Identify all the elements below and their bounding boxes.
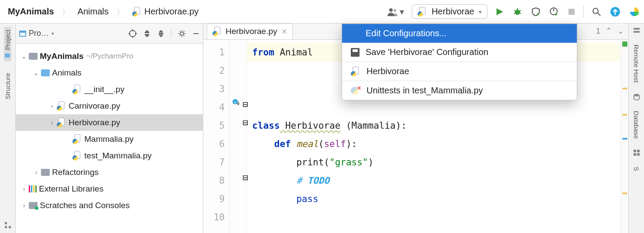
python-icon bbox=[418, 7, 427, 17]
debug-icon[interactable] bbox=[513, 7, 522, 17]
editor-tab[interactable]: Herbivorae.py ✕ bbox=[207, 24, 293, 39]
line-number[interactable]: 3 bbox=[203, 80, 225, 98]
tree-file-mammalia[interactable]: Mammalia.py bbox=[16, 131, 203, 147]
breadcrumb-folder[interactable]: Animals bbox=[74, 5, 112, 18]
python-file-icon bbox=[72, 151, 82, 161]
next-occurrence-icon[interactable]: ⌄ bbox=[617, 26, 624, 36]
tree-file-init[interactable]: __init__.py bbox=[16, 81, 203, 98]
tree-file-label: Herbivorae.py bbox=[69, 114, 120, 131]
warning-marker[interactable] bbox=[622, 88, 627, 89]
separator bbox=[171, 29, 171, 38]
project-view-selector[interactable]: Pro… ▾ bbox=[19, 29, 54, 38]
line-number-gutter[interactable]: 1 2 3 4 5 6 7 8 9 10 bbox=[203, 40, 230, 233]
tree-root-path: ~/PycharmPro bbox=[86, 49, 134, 64]
project-tool-button[interactable]: Project bbox=[4, 27, 11, 62]
chevron-down-icon[interactable]: ⌄ bbox=[31, 67, 41, 79]
inspection-widget[interactable]: 1 ⌃ ⌄ bbox=[596, 26, 624, 36]
tree-root-label: MyAnimals bbox=[40, 48, 83, 65]
analysis-ok-icon[interactable] bbox=[622, 41, 627, 47]
breadcrumb-file[interactable]: Herbivorae.py bbox=[129, 5, 202, 18]
tree-folder-label: Refactorings bbox=[52, 164, 99, 181]
breadcrumb-project[interactable]: MyAnimals bbox=[4, 5, 58, 18]
warning-marker[interactable] bbox=[622, 192, 627, 194]
database-icon bbox=[633, 93, 640, 100]
close-icon[interactable]: ✕ bbox=[281, 27, 287, 36]
jetbrains-logo-icon[interactable] bbox=[629, 7, 640, 17]
fold-icon[interactable]: ⊟ bbox=[243, 117, 248, 128]
line-number[interactable]: 10 bbox=[203, 208, 225, 226]
project-tool-label: Project bbox=[4, 30, 11, 50]
run-coverage-icon[interactable] bbox=[531, 7, 541, 17]
python-file-icon bbox=[57, 101, 66, 111]
tree-root[interactable]: ⌄ MyAnimals ~/PycharmPro bbox=[16, 48, 203, 65]
stop-icon[interactable] bbox=[568, 8, 575, 16]
line-number[interactable]: 6 bbox=[203, 135, 225, 153]
chevron-right-icon[interactable]: › bbox=[47, 116, 57, 129]
chevron-right-icon[interactable]: › bbox=[47, 100, 57, 112]
sciview-tool-button[interactable]: S bbox=[633, 164, 640, 174]
remote-host-tool-button[interactable]: Remote Host bbox=[633, 42, 640, 86]
line-number[interactable]: 9 bbox=[203, 190, 225, 208]
svg-point-30 bbox=[634, 94, 639, 96]
line-number[interactable]: 1 bbox=[203, 43, 225, 62]
tree-file-test-mammalia[interactable]: test_Mammalia.py bbox=[16, 147, 203, 164]
project-view-label: Pro… bbox=[29, 29, 49, 38]
python-file-icon bbox=[72, 134, 82, 144]
structure-icon bbox=[4, 222, 11, 229]
chevron-down-icon: ▾ bbox=[51, 31, 54, 37]
popup-config-item[interactable]: Herbivorae bbox=[342, 62, 577, 81]
svg-point-0 bbox=[389, 8, 393, 12]
run-icon[interactable] bbox=[495, 7, 504, 16]
search-icon[interactable] bbox=[592, 7, 601, 17]
profile-icon[interactable] bbox=[549, 7, 559, 17]
locate-icon[interactable] bbox=[128, 29, 137, 38]
tree-folder-label: Animals bbox=[52, 65, 82, 81]
svg-line-11 bbox=[598, 13, 600, 16]
todo-marker[interactable] bbox=[622, 138, 627, 140]
line-number[interactable]: 5 bbox=[203, 116, 225, 135]
chevron-right-icon[interactable]: › bbox=[19, 199, 29, 212]
prev-occurrence-icon[interactable]: ⌃ bbox=[606, 26, 612, 36]
line-number[interactable]: 2 bbox=[203, 62, 225, 80]
line-number[interactable]: 4 bbox=[203, 98, 225, 116]
run-configuration-selector[interactable]: Herbivorae ▾ bbox=[412, 4, 487, 19]
svg-line-4 bbox=[514, 10, 515, 11]
update-icon[interactable] bbox=[610, 7, 620, 17]
popup-save-configuration[interactable]: Save 'Herbivorae' Configuration bbox=[342, 43, 577, 62]
popup-edit-configurations[interactable]: Edit Configurations... bbox=[342, 24, 577, 43]
tree-file-herbivorae[interactable]: › Herbivorae.py bbox=[16, 114, 203, 131]
error-stripe[interactable] bbox=[620, 40, 628, 233]
database-tool-button[interactable]: Database bbox=[633, 108, 640, 141]
expand-all-icon[interactable] bbox=[143, 30, 151, 38]
collapse-all-icon[interactable] bbox=[157, 30, 165, 38]
svg-line-6 bbox=[514, 13, 515, 14]
override-marker-icon[interactable]: o bbox=[232, 98, 240, 109]
line-number[interactable]: 8 bbox=[203, 171, 225, 190]
gear-icon[interactable] bbox=[178, 29, 186, 38]
tree-scratches[interactable]: › Scratches and Consoles bbox=[16, 197, 203, 214]
remote-host-label: Remote Host bbox=[633, 45, 640, 83]
save-icon bbox=[351, 48, 360, 57]
icon-gutter[interactable]: o ⊟ ⊟ ⊟ bbox=[230, 40, 247, 233]
tree-folder-refactorings[interactable]: › Refactorings bbox=[16, 164, 203, 181]
tree-external-libraries[interactable]: › External Libraries bbox=[16, 181, 203, 197]
tree-folder-animals[interactable]: ⌄ Animals bbox=[16, 65, 203, 81]
users-dropdown[interactable]: ▾ bbox=[387, 7, 404, 17]
fold-icon[interactable]: ⊟ bbox=[243, 99, 248, 110]
chevron-right-icon: 〉 bbox=[62, 7, 70, 17]
svg-point-10 bbox=[593, 8, 598, 14]
popup-config-item[interactable]: Unittests in test_Mammalia.py bbox=[342, 81, 577, 100]
chevron-down-icon[interactable]: ⌄ bbox=[19, 50, 29, 62]
fold-end-icon[interactable]: ⊟ bbox=[243, 172, 248, 183]
run-config-label: Herbivorae bbox=[432, 7, 474, 17]
tree-file-carnivorae[interactable]: › Carnivorae.py bbox=[16, 98, 203, 114]
svg-line-5 bbox=[520, 10, 521, 11]
line-number[interactable]: 7 bbox=[203, 153, 225, 171]
svg-point-24 bbox=[180, 32, 183, 35]
chevron-right-icon[interactable]: › bbox=[19, 183, 29, 195]
structure-tool-button[interactable]: Structure bbox=[4, 70, 11, 102]
hide-icon[interactable] bbox=[192, 30, 199, 37]
chevron-right-icon[interactable]: › bbox=[31, 166, 41, 178]
warning-marker[interactable] bbox=[622, 114, 627, 116]
python-file-icon bbox=[132, 7, 142, 17]
